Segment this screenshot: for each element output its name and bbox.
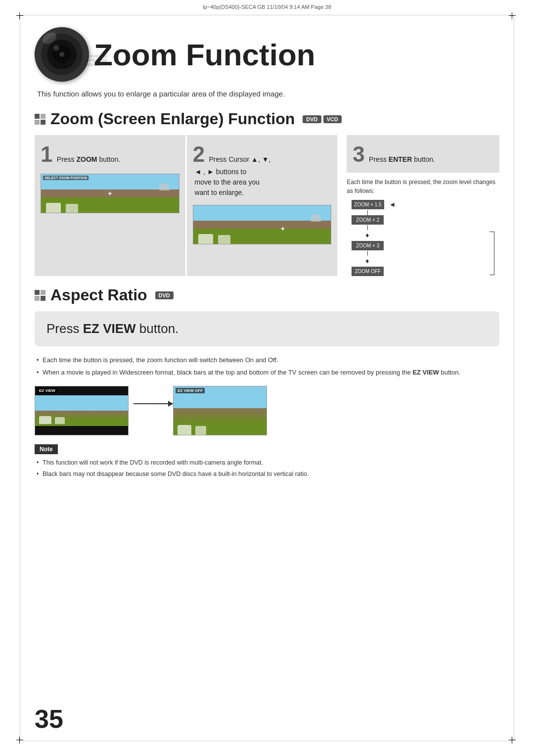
umbrella-2 [311, 214, 321, 222]
ezview-arrow-wrap [134, 403, 173, 404]
page-border-bottom [20, 741, 514, 741]
crosshair-2: + [281, 225, 285, 233]
zoom-diamond-2: ♦ [365, 256, 369, 266]
ezview-img-2: EZ VIEW OFF [173, 386, 267, 435]
furniture-3 [198, 234, 213, 244]
bullet-list: Each time the button is pressed, the zoo… [35, 355, 499, 377]
zoom-row-1: ZOOM × 1.5 ◄ [352, 199, 499, 210]
zoom-box-2: ZOOM × 2 [352, 215, 384, 225]
page-title-section: 0101001010101010101010101010101010101010… [35, 27, 499, 82]
zoom-line-3 [367, 251, 368, 256]
step1-content: 1 Press ZOOM button. [41, 142, 179, 167]
step-1: 1 Press ZOOM button. SELECT ZOOM POSITIO… [35, 135, 187, 276]
svg-point-4 [53, 45, 59, 51]
section2-title: Aspect Ratio [50, 286, 147, 304]
section2-dvd-badge: DVD [155, 291, 174, 299]
furniture-4 [218, 235, 230, 244]
step2-image: + [193, 205, 332, 244]
bullet-item-1: Each time the button is pressed, the zoo… [35, 355, 499, 365]
step1-tv-screen: SELECT ZOOM POSITION + [41, 174, 179, 213]
zoom-diamond-1: ♦ [365, 230, 369, 240]
reg-mark-bottom-right [508, 735, 518, 745]
step3-box: 3 Press ENTER button. [347, 135, 499, 173]
zoom-box-4: ZOOM OFF [352, 267, 384, 276]
page-number: 35 [35, 704, 63, 734]
step2-tv-screen: + [193, 205, 331, 244]
crosshair-1: + [108, 189, 112, 197]
ezview-label-1: EZ VIEW [37, 388, 57, 393]
black-bar-bottom [35, 426, 128, 435]
furniture-2 [66, 204, 78, 213]
icon-dot-2 [41, 114, 45, 119]
ezview-furniture-2 [55, 417, 65, 424]
zoom-row-6: ZOOM OFF [352, 267, 499, 276]
zoom-row-2: ZOOM × 2 [352, 215, 499, 225]
page-title: Zoom Function [94, 37, 315, 72]
step1-screen-label: SELECT ZOOM POSITION [43, 176, 89, 180]
icon-dot-6 [41, 290, 45, 295]
ezview-images: EZ VIEW EZ VIEW OFF [35, 386, 499, 435]
step3-note: Each time the button is pressed, the zoo… [347, 178, 499, 276]
note-list: This function will not work if the DVD i… [35, 458, 499, 479]
ezview-label-2: EZ VIEW OFF [176, 388, 205, 393]
zoom-arrow-1: ◄ [389, 199, 396, 210]
icon-dot-7 [35, 296, 40, 301]
reg-mark-bottom-left [16, 735, 26, 745]
vcd-badge: VCD [323, 115, 342, 123]
note-item-2: Black bars may not disappear because som… [35, 470, 499, 479]
step3-note-text: Each time the button is pressed, the zoo… [347, 178, 499, 195]
step-3: 3 Press ENTER button. Each time the butt… [339, 135, 499, 276]
step-2: 2 Press Cursor ▲, ▼, ◄ , ► buttons to mo… [187, 135, 339, 276]
ezview-img-1-wrap: EZ VIEW [35, 386, 134, 435]
dvd-badge: DVD [303, 115, 321, 123]
step1-body: Press ZOOM button. [55, 155, 120, 163]
zoom-box-1: ZOOM × 1.5 [352, 200, 384, 209]
ezview-arrow [134, 403, 173, 404]
steps-row: 1 Press ZOOM button. SELECT ZOOM POSITIO… [35, 135, 499, 276]
step2-content: 2 Press Cursor ▲, ▼, ◄ , ► buttons to mo… [193, 142, 332, 198]
furniture-1 [46, 203, 61, 213]
step1-number: 1 [41, 142, 52, 166]
ezview-box: Press EZ VIEW button. [35, 311, 499, 346]
zoom-box-3: ZOOM × 3 [352, 241, 384, 250]
ezview-img-2-wrap: EZ VIEW OFF [173, 386, 272, 435]
note-item-1: This function will not work if the DVD i… [35, 458, 499, 468]
title-icon [35, 27, 89, 82]
step2-body: Press Cursor ▲, ▼, ◄ , ► buttons to move… [193, 155, 271, 196]
icon-dot-5 [35, 290, 40, 295]
step3-number: 3 [353, 142, 364, 166]
icon-dot-1 [35, 114, 40, 119]
zoom-row-5: ♦ [352, 256, 499, 266]
icon-dot-3 [35, 120, 40, 125]
aspect-section: Aspect Ratio DVD Press EZ VIEW button. E… [35, 286, 499, 479]
bullet-item-2: When a movie is played in Widescreen for… [35, 368, 499, 378]
zoom-line-2 [367, 225, 368, 230]
zoom-row-4: ZOOM × 3 [352, 241, 499, 250]
arrow-head [168, 401, 173, 407]
ezview-furniture-1 [39, 416, 51, 424]
step3-body: Press ENTER button. [367, 155, 435, 163]
umbrella [159, 183, 169, 190]
zoom-bracket-line [494, 232, 494, 275]
ezview-furniture-4 [195, 426, 206, 435]
zoom-bracket-top [490, 232, 494, 232]
zoom-bracket-bottom [490, 275, 494, 275]
svg-point-5 [59, 52, 64, 57]
zoom-chart: ZOOM × 1.5 ◄ ZOOM × 2 ♦ ZOOM × 3 [352, 199, 499, 276]
step1-image: SELECT ZOOM POSITION + [41, 174, 179, 213]
ezview-img-1: EZ VIEW [35, 386, 129, 435]
arrow-shaft [134, 403, 173, 404]
zoom-line-1 [367, 210, 368, 215]
note-label: Note [35, 444, 58, 454]
icon-dot-4 [41, 120, 45, 125]
ezview-screen-1: EZ VIEW [35, 386, 128, 435]
step2-number: 2 [193, 142, 205, 166]
ezview-screen-2: EZ VIEW OFF [174, 386, 267, 435]
section2-icon [35, 290, 45, 301]
ezview-furniture-3 [178, 425, 191, 435]
section2-header: Aspect Ratio DVD [35, 286, 499, 304]
icon-dot-8 [41, 296, 45, 301]
note-section: Note This function will not work if the … [35, 444, 499, 479]
section1-icon [35, 114, 45, 125]
ezview-instruction: Press EZ VIEW button. [46, 321, 488, 336]
